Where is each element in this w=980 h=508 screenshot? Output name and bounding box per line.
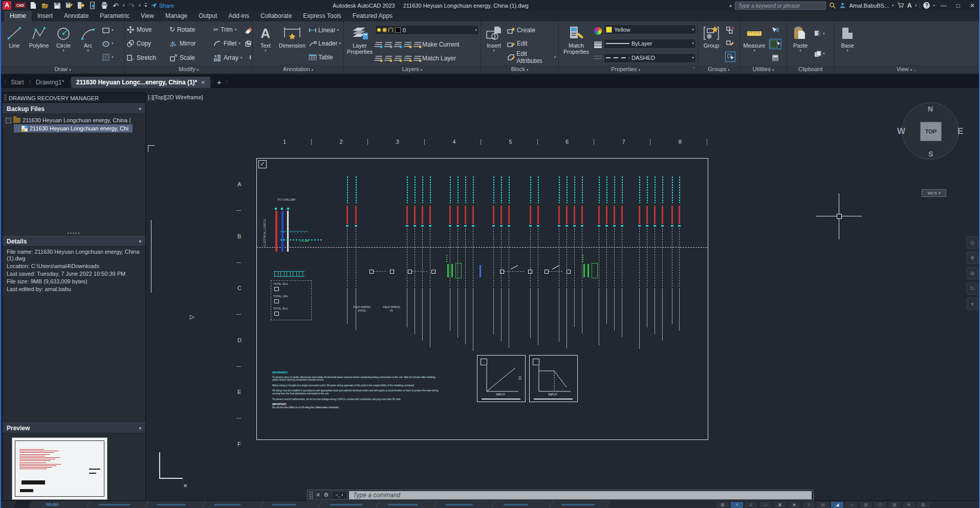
grid-column-tick <box>707 139 707 145</box>
command-line-wrench-icon[interactable]: ⚙ <box>323 492 332 498</box>
nav-bar-button[interactable]: ▾ <box>966 298 978 310</box>
viewport-controls[interactable]: [-][Top][2D Wireframe] <box>148 94 203 100</box>
nav-bar-button[interactable]: ⊕ <box>966 267 978 279</box>
status-toggle[interactable]: ⌗ <box>731 502 743 508</box>
layout-tab-label <box>214 504 241 505</box>
status-toggle[interactable]: ◉ <box>788 502 800 508</box>
grid-row-letter: B <box>237 233 241 239</box>
ground-arrow: ▸ <box>307 238 309 243</box>
nav-bar-button[interactable]: ◎ <box>966 236 978 249</box>
preview-text-line <box>19 467 52 468</box>
status-toggle[interactable]: ▣ <box>774 502 786 508</box>
wire-label-cyan <box>614 176 615 203</box>
wire-terminal-red <box>614 206 615 224</box>
command-input[interactable]: Type a command <box>349 491 812 499</box>
wire-drop-dashed <box>567 228 567 286</box>
status-toggle[interactable]: ▤ <box>817 502 829 508</box>
wire-terminal-red <box>472 206 474 224</box>
wire-node <box>472 225 474 227</box>
wire-label-cyan <box>430 176 431 203</box>
wire-text-column <box>356 288 356 330</box>
status-toggle[interactable]: ⊥ <box>759 502 772 508</box>
compass-west[interactable]: W <box>897 126 905 137</box>
warning-paragraph: All wiring must be installed in accordan… <box>272 389 442 395</box>
check-mark-symbol: ✓ <box>258 160 267 168</box>
wire-label-cyan <box>672 176 673 203</box>
layout-tab-label[interactable]: Model <box>46 502 59 507</box>
command-line-close-icon[interactable]: ✕ <box>313 492 323 498</box>
wire-text-column <box>639 288 640 349</box>
status-toggle[interactable]: ▦ <box>716 502 729 508</box>
drawing-canvas[interactable]: [-][Top][2D Wireframe] ✓ TO CHILLER ELEC… <box>1 0 980 508</box>
wire-terminal-red <box>457 206 459 224</box>
preview-header[interactable]: Preview▾ <box>3 423 145 433</box>
status-toggle[interactable]: + <box>845 502 858 508</box>
tree-expand-icon[interactable]: − <box>6 118 11 123</box>
status-bar-green <box>583 264 585 277</box>
nav-bar-button[interactable]: ✥ <box>966 252 978 264</box>
autocad-window: [-][Top][2D Wireframe] ✓ TO CHILLER ELEC… <box>0 0 980 508</box>
wire-node <box>654 225 656 227</box>
wire-drop-dashed <box>450 228 450 286</box>
wire-drop-dashed <box>599 228 599 286</box>
wire-label-cyan <box>559 176 560 203</box>
wire-node <box>500 225 503 227</box>
wire-drop-dashed <box>530 228 531 286</box>
total-value-box <box>274 312 279 316</box>
details-line: Last edited by: amal.babu <box>3 285 145 293</box>
status-bar-green <box>451 264 453 277</box>
palette-splitter[interactable]: ••••• <box>3 232 145 236</box>
wire-terminal-red <box>574 206 575 224</box>
wire-terminal-red <box>508 206 510 224</box>
tree-item[interactable]: 211630 Heyuan Longchuan energy, Chi <box>14 124 133 132</box>
wire-terminal-red <box>465 206 466 224</box>
view-cube-top-face[interactable]: TOP <box>920 122 942 141</box>
status-toggle[interactable]: ≋ <box>903 502 915 508</box>
view-cube-compass[interactable]: N W E S TOP <box>902 102 959 160</box>
status-toggle[interactable]: ▨ <box>888 502 901 508</box>
palette-title[interactable]: DRAWING RECOVERY MANAGER <box>3 93 145 103</box>
paper-marker: ▷ <box>190 313 194 320</box>
wcs-selector[interactable]: WCS▾ <box>922 189 946 197</box>
wire-node <box>613 225 616 227</box>
compass-south[interactable]: S <box>928 150 933 158</box>
wire-label-cyan <box>347 176 348 203</box>
power-bar-red <box>275 211 277 252</box>
status-toggle[interactable]: ◢ <box>831 502 843 508</box>
compass-north[interactable]: N <box>928 105 933 113</box>
layout-tab[interactable] <box>29 501 91 508</box>
tree-item[interactable]: −211630 Heyuan Longchuan energy, China ( <box>6 116 145 124</box>
backup-files-header[interactable]: Backup Files▾ <box>3 103 145 114</box>
wire-text-column <box>647 288 647 327</box>
tree-item-label: 211630 Heyuan Longchuan energy, Chi <box>30 125 128 131</box>
status-toggle[interactable]: ▧ <box>917 502 929 508</box>
wire-drop-dashed <box>622 228 622 286</box>
relay-lead <box>412 271 427 272</box>
total-label: TOTAL RLA <box>273 307 288 310</box>
wire-text-column <box>347 288 347 324</box>
status-toggle[interactable]: ◫ <box>874 502 886 508</box>
preview-thumbnail <box>12 437 107 500</box>
warning-text-block: WARNING! To prevent injury or death, dis… <box>272 371 442 409</box>
wire-drop-dashed <box>672 228 672 286</box>
wire-label-cyan <box>662 176 663 203</box>
palette-grip[interactable] <box>4 95 7 101</box>
details-header[interactable]: Details▾ <box>3 236 145 247</box>
compass-east[interactable]: E <box>957 126 963 137</box>
status-bar-blue <box>480 265 481 277</box>
viewport-corner-mark <box>148 145 155 146</box>
wire-node <box>565 225 568 227</box>
relay-lead <box>374 271 386 272</box>
nav-bar-button[interactable]: ↻ <box>966 282 978 295</box>
status-toggle[interactable]: ▥ <box>860 502 872 508</box>
wire-terminal-red <box>621 206 623 224</box>
wire-node <box>646 225 648 227</box>
wire-node <box>671 225 673 227</box>
status-toggle[interactable]: ∠ <box>745 502 757 508</box>
wire-text-column <box>574 288 575 327</box>
command-history-icon[interactable]: >_▾ <box>332 491 347 499</box>
status-toggle[interactable]: ≡ <box>802 502 815 508</box>
grid-row-tick <box>236 418 241 418</box>
sheet-edge-line <box>151 220 151 293</box>
graph-box-curve: INPUT <box>529 355 578 402</box>
